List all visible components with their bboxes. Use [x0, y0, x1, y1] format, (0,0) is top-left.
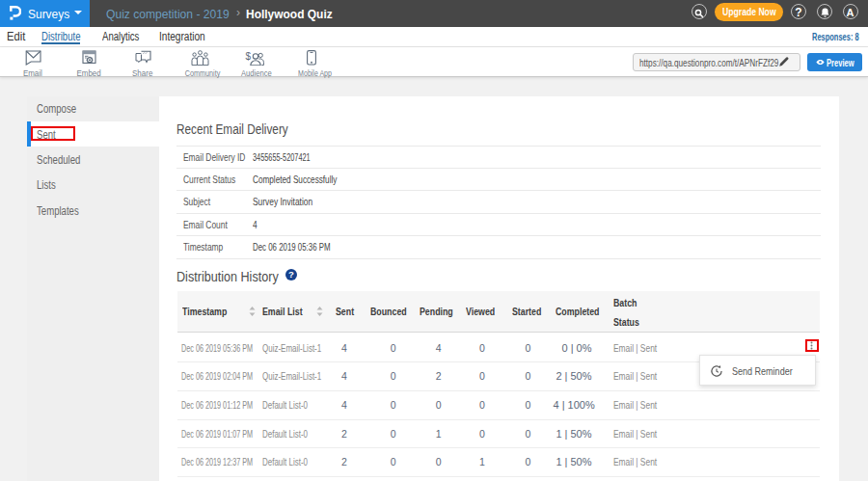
svg-text:$: $: [246, 50, 252, 61]
